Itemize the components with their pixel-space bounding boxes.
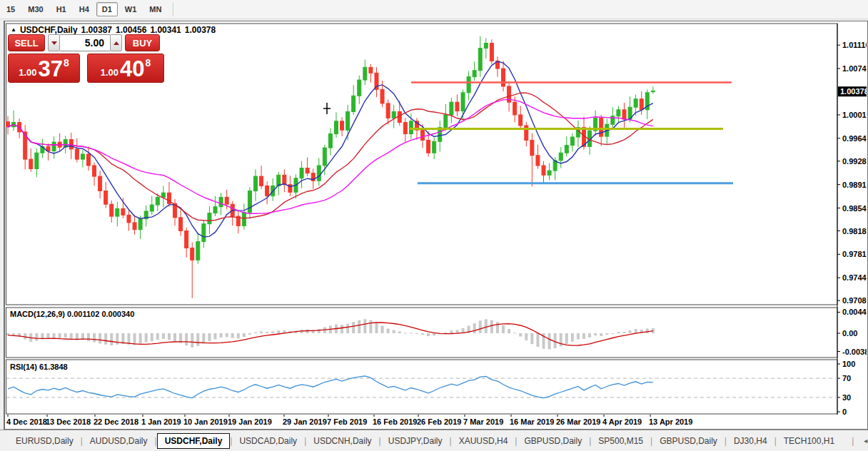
date-tick-label: 19 Jan 2019	[228, 417, 272, 426]
macd-bar	[433, 333, 435, 335]
buy-button[interactable]: BUY	[125, 34, 160, 51]
candle-body	[473, 71, 476, 77]
macd-bar	[93, 333, 96, 342]
macd-bar	[635, 329, 637, 333]
volume-decrease-button[interactable]	[48, 34, 60, 51]
macd-bar	[490, 320, 493, 333]
chart-tab-usdcnh-4[interactable]: USDCNH,Daily	[306, 433, 378, 449]
chart-tab-audusd-1[interactable]: AUDUSD,Daily	[83, 433, 155, 449]
candle-body	[179, 218, 183, 231]
timeframe-button-d1[interactable]: D1	[96, 2, 118, 16]
buy-price-prefix: 1.00	[101, 66, 118, 80]
macd-bar	[104, 333, 107, 345]
macd-bar	[571, 333, 574, 342]
candle-body	[35, 153, 39, 168]
rsi-indicator-label: RSI(14) 61.3848	[10, 363, 68, 371]
chart-tab-eurusd-0[interactable]: EURUSD,Daily	[9, 433, 81, 449]
macd-bar	[427, 333, 430, 336]
buy-price-quote[interactable]: 1.00 40 8	[87, 54, 164, 83]
macd-bar	[358, 320, 360, 333]
candle-body	[403, 123, 407, 134]
candle-body	[450, 102, 453, 115]
candle-body	[392, 111, 395, 118]
chart-tab-gbpusd-7[interactable]: GBPUSD,Daily	[517, 433, 589, 449]
tab-separator: |	[852, 436, 854, 446]
timeframe-button-mn[interactable]: MN	[143, 2, 167, 16]
macd-bar	[191, 333, 193, 348]
candle-body	[323, 148, 326, 166]
price-tick-label: 0.97080	[842, 296, 867, 305]
candle-body	[283, 175, 286, 184]
collapse-triangle-icon[interactable]: ▲	[11, 26, 16, 33]
candle-body	[99, 176, 102, 191]
candle-body	[277, 175, 281, 186]
chart-tab-bar: EURUSD,Daily|AUDUSD,Daily|USDCHF,Daily|U…	[0, 430, 868, 451]
macd-bar	[254, 333, 257, 333]
chart-tab-usdcad-3[interactable]: USDCAD,Daily	[232, 433, 304, 449]
macd-bar	[116, 333, 118, 345]
rsi-tick-label: 0	[842, 407, 847, 416]
chart-tab-gbpusd-9[interactable]: GBPUSD,Daily	[652, 433, 725, 449]
candle-body	[161, 193, 165, 197]
chart-tab-tech100-11[interactable]: TECH100,H1	[777, 433, 842, 449]
timeframe-button-h4[interactable]: H4	[74, 2, 95, 16]
timeframe-button-h1[interactable]: H1	[51, 2, 72, 16]
date-tick-label: 4 Apr 2019	[602, 417, 642, 426]
volume-input[interactable]	[60, 34, 110, 51]
macd-bar	[277, 330, 280, 333]
macd-bar	[139, 333, 142, 343]
candle-body	[622, 110, 626, 119]
candle-body	[600, 118, 603, 136]
macd-bar	[560, 333, 562, 346]
chart-tab-dj30-10[interactable]: DJ30,H4	[727, 433, 774, 449]
candle-body	[427, 140, 430, 153]
chart-tab-sp500-8[interactable]: SP500,M15	[591, 433, 650, 449]
candle-body	[409, 121, 413, 134]
chart-tab-usdjpy-5[interactable]: USDJPY,Daily	[381, 433, 450, 449]
candle-body	[358, 80, 361, 96]
date-axis[interactable]: 4 Dec 201813 Dec 201822 Dec 20181 Jan 20…	[6, 415, 692, 426]
sell-price-big-digits: 37	[39, 59, 63, 80]
candle-body	[104, 191, 108, 205]
timeframe-button-w1[interactable]: W1	[119, 2, 143, 16]
macd-bar	[306, 330, 309, 333]
macd-bar	[59, 333, 61, 338]
tabs-scroll-left-icon[interactable]: ◄	[862, 437, 868, 445]
candle-body	[306, 168, 309, 173]
candle-body	[52, 142, 56, 151]
sell-price-quote[interactable]: 1.00 37 8	[8, 54, 80, 83]
price-tick-label: 0.97440	[842, 273, 867, 282]
macd-bar	[363, 319, 366, 333]
timeframe-button-15[interactable]: 15	[1, 2, 21, 16]
chart-tab-usdchf-2[interactable]: USDCHF,Daily	[157, 433, 231, 449]
candle-body	[634, 99, 637, 108]
timeframe-toolbar: 15M30H1H4D1W1MN	[0, 0, 868, 19]
triangle-down-icon	[51, 41, 57, 45]
volume-increase-button[interactable]	[110, 34, 122, 51]
price-axis-labels[interactable]: 1.011101.007401.000100.996400.992800.989…	[837, 41, 867, 305]
candle-body	[340, 121, 344, 130]
macd-bar	[513, 333, 516, 333]
candle-body	[196, 242, 200, 260]
candle-body	[242, 213, 246, 226]
chart-tab-xauusd-6[interactable]: XAUUSD,H4	[452, 433, 515, 449]
macd-bar	[340, 325, 343, 333]
macd-bar	[554, 333, 557, 348]
macd-bar	[485, 319, 488, 333]
candle-body	[455, 102, 459, 111]
candle-body	[519, 115, 523, 126]
macd-histogram	[6, 319, 655, 349]
macd-bar	[162, 333, 165, 339]
macd-bar	[87, 333, 90, 341]
candle-body	[202, 224, 206, 242]
triangle-up-icon	[113, 41, 119, 45]
candle-body	[421, 130, 425, 140]
sell-button[interactable]: SELL	[8, 34, 45, 51]
timeframe-button-m30[interactable]: M30	[22, 2, 49, 16]
sell-price-pipette: 8	[64, 57, 69, 69]
candle-body	[133, 223, 136, 230]
macd-tick-label: -0.003883	[842, 348, 867, 356]
candle-body	[334, 121, 338, 134]
macd-tick-label: 0.00	[842, 329, 857, 338]
chart-symbol-label: USDCHF,Daily	[20, 25, 78, 35]
